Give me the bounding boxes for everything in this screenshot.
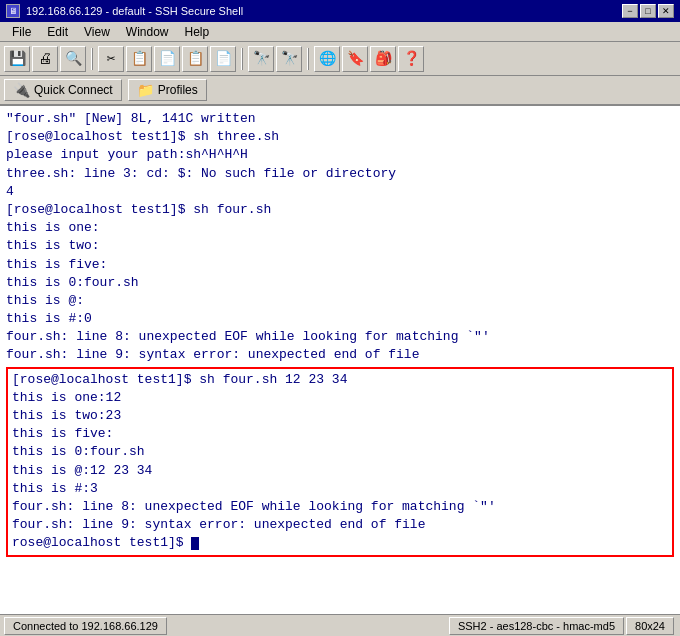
connection-status: Connected to 192.168.66.129 xyxy=(4,617,167,635)
menu-bar: File Edit View Window Help xyxy=(0,22,680,42)
find-button[interactable]: 🔭 xyxy=(248,46,274,72)
dimensions-status: 80x24 xyxy=(626,617,674,635)
menu-window[interactable]: Window xyxy=(118,24,177,40)
separator-3 xyxy=(307,48,309,70)
bag-button[interactable]: 🎒 xyxy=(370,46,396,72)
terminal-cursor xyxy=(191,537,199,550)
close-button[interactable]: ✕ xyxy=(658,4,674,18)
maximize-button[interactable]: □ xyxy=(640,4,656,18)
copy2-button[interactable]: 📋 xyxy=(182,46,208,72)
quick-connect-icon: 🔌 xyxy=(13,82,30,98)
web-button[interactable]: 🌐 xyxy=(314,46,340,72)
minimize-button[interactable]: − xyxy=(622,4,638,18)
profiles-label: Profiles xyxy=(158,83,198,97)
quick-connect-button[interactable]: 🔌 Quick Connect xyxy=(4,79,122,101)
separator-1 xyxy=(91,48,93,70)
title-bar-left: 🖥 192.168.66.129 - default - SSH Secure … xyxy=(6,4,243,18)
print-button[interactable]: 🖨 xyxy=(32,46,58,72)
separator-2 xyxy=(241,48,243,70)
menu-help[interactable]: Help xyxy=(177,24,218,40)
profiles-icon: 📁 xyxy=(137,82,154,98)
terminal-output-before: "four.sh" [New] 8L, 141C written [rose@l… xyxy=(6,110,674,365)
help-button[interactable]: ❓ xyxy=(398,46,424,72)
terminal[interactable]: "four.sh" [New] 8L, 141C written [rose@l… xyxy=(0,106,680,614)
menu-view[interactable]: View xyxy=(76,24,118,40)
encryption-status: SSH2 - aes128-cbc - hmac-md5 xyxy=(449,617,624,635)
menu-edit[interactable]: Edit xyxy=(39,24,76,40)
save-button[interactable]: 💾 xyxy=(4,46,30,72)
quick-connect-bar: 🔌 Quick Connect 📁 Profiles xyxy=(0,76,680,106)
terminal-highlighted: [rose@localhost test1]$ sh four.sh 12 23… xyxy=(6,367,674,557)
menu-file[interactable]: File xyxy=(4,24,39,40)
toolbar: 💾 🖨 🔍 ✂ 📋 📄 📋 📄 🔭 🔭 🌐 🔖 🎒 ❓ xyxy=(0,42,680,76)
bookmark-button[interactable]: 🔖 xyxy=(342,46,368,72)
profiles-button[interactable]: 📁 Profiles xyxy=(128,79,207,101)
find2-button[interactable]: 🔭 xyxy=(276,46,302,72)
title-bar: 🖥 192.168.66.129 - default - SSH Secure … xyxy=(0,0,680,22)
quick-connect-label: Quick Connect xyxy=(34,83,113,97)
paste-button[interactable]: 📄 xyxy=(154,46,180,72)
paste2-button[interactable]: 📄 xyxy=(210,46,236,72)
copy-button[interactable]: 📋 xyxy=(126,46,152,72)
search-button[interactable]: 🔍 xyxy=(60,46,86,72)
cut-button[interactable]: ✂ xyxy=(98,46,124,72)
app-icon: 🖥 xyxy=(6,4,20,18)
window-controls: − □ ✕ xyxy=(622,4,674,18)
window-title: 192.168.66.129 - default - SSH Secure Sh… xyxy=(26,5,243,17)
status-bar: Connected to 192.168.66.129 SSH2 - aes12… xyxy=(0,614,680,636)
